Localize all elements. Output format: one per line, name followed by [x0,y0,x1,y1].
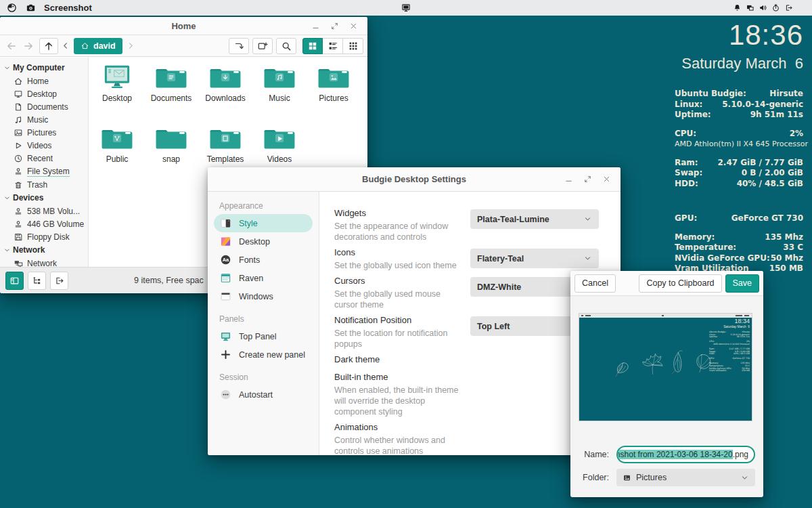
breadcrumb-home-segment[interactable]: david [74,38,122,54]
file-item[interactable]: Downloads [198,63,252,124]
logout-icon[interactable] [784,3,793,12]
file-item[interactable]: Documents [144,63,198,124]
raven-icon [220,272,231,284]
windows-icon[interactable] [746,3,754,12]
settings-sidebar-item[interactable]: Top Panel [214,327,313,345]
file-manager-titlebar[interactable]: Home [0,17,367,35]
back-arrow-icon[interactable] [4,39,19,54]
file-item[interactable]: Music [252,63,307,124]
sidebar-section-devices[interactable]: Devices [0,191,88,205]
sidebar-item[interactable]: Floppy Disk [0,230,88,243]
music-icon [14,115,23,125]
setting-dropdown[interactable]: Plata-Teal-Lumine [470,209,599,229]
setting-dropdown[interactable]: Flatery-Teal [470,249,599,268]
new-folder-button[interactable] [252,38,273,54]
status-text: 9 items, Free spac [134,276,204,285]
chevron-right-icon[interactable] [126,41,136,51]
system-monitor-widget: 18:36 Saturday March 6 Ubuntu Budgie:Hir… [675,20,803,274]
bell-icon[interactable] [733,3,742,12]
documents-folder-icon [154,64,188,90]
list-view-button[interactable] [323,38,343,54]
minimize-icon[interactable] [564,175,573,184]
settings-sidebar-item[interactable]: Autostart [214,385,313,404]
sidebar-section-network[interactable]: Network [0,243,88,257]
show-places-button[interactable] [5,272,24,290]
file-item[interactable]: Desktop [90,63,144,124]
sidebar-item[interactable]: File System [0,165,88,178]
setting-description: Set the globally used mouse cursor theme [334,289,466,310]
settings-sidebar-item[interactable]: Aa Fonts [214,251,313,269]
info-row: Memory:135 Mhz [675,232,803,243]
sidebar-item[interactable]: Documents [0,100,88,113]
grid-view-button[interactable] [302,38,323,54]
info-row: Ram:2.47 GiB / 7.77 GiB [675,158,803,169]
top-panel-icon [220,331,231,342]
file-item[interactable]: Public [90,124,144,185]
sidebar-item[interactable]: Videos [0,139,88,152]
maximize-icon[interactable] [330,22,339,30]
sidebar-item[interactable]: 446 GB Volume [0,217,88,230]
close-icon[interactable] [349,22,358,30]
sidebar-item[interactable]: Desktop [0,87,88,100]
network-icon [14,259,23,268]
sidebar-item[interactable]: Pictures [0,126,88,139]
downloads-folder-icon [208,64,242,90]
up-button[interactable] [39,38,58,54]
screenshot-app-icon[interactable] [26,3,36,13]
close-icon[interactable] [602,175,611,184]
document-icon [14,102,23,112]
setting-description: Set the globally used icon theme [334,260,466,271]
settings-sidebar-item[interactable]: Windows [214,287,313,305]
volume-icon[interactable] [759,3,767,12]
budgie-settings-window: Budgie Desktop Settings Appearance Style [208,167,621,455]
sidebar-item[interactable]: Network [0,257,88,267]
templates-folder-icon [208,125,242,151]
gpu-info-block: GPU:GeForce GT 730 [675,213,803,224]
file-item[interactable]: Pictures [307,63,361,124]
image-icon [14,128,23,137]
svg-text:Aa: Aa [223,257,229,263]
toggle-location-entry-button[interactable] [229,38,249,54]
maximize-icon[interactable] [583,175,592,184]
filename-input[interactable]: Screenshot from 2021-03-06 18-34-20.png [616,446,755,463]
public-folder-icon [100,125,134,151]
copy-to-clipboard-button[interactable]: Copy to Clipboard [639,274,721,293]
screen-icon[interactable] [401,3,411,13]
sidebar-item[interactable]: Trash [0,178,88,191]
show-treeview-button[interactable] [28,272,46,290]
sidebar-item[interactable]: Recent [0,152,88,165]
sidebar-section-my-computer[interactable]: My Computer [0,61,88,75]
chevron-down-icon [3,247,11,254]
setting-title: Widgets [334,208,466,219]
sidebar-item[interactable]: Home [0,75,88,87]
minimize-icon[interactable] [311,22,320,30]
drive-icon [14,167,23,176]
cancel-button[interactable]: Cancel [574,274,616,293]
info-row: Uptime:9h 51m 11s [675,110,803,121]
section-label-panels: Panels [214,312,313,327]
budgie-icon[interactable] [7,3,17,13]
search-button[interactable] [276,38,296,54]
eject-button[interactable] [50,272,68,290]
folder-dropdown[interactable]: Pictures [616,469,755,486]
setting-description: Control whether windows and controls use… [334,435,466,455]
chevron-left-icon[interactable] [60,41,70,51]
forward-arrow-icon[interactable] [21,39,36,54]
sidebar-item[interactable]: Music [0,113,88,126]
settings-sidebar-item[interactable]: Style [214,214,313,232]
drive-icon [14,219,23,229]
settings-sidebar-item[interactable]: Raven [214,269,313,287]
compact-view-button[interactable] [343,38,363,54]
file-item[interactable]: snap [144,124,198,185]
settings-titlebar[interactable]: Budgie Desktop Settings [208,167,621,192]
setting-title: Animations [334,422,466,433]
settings-sidebar-item[interactable]: Desktop [214,232,313,251]
style-icon [220,217,231,229]
settings-sidebar-item[interactable]: Create new panel [214,345,313,364]
timer-icon[interactable] [771,3,780,12]
sidebar-item[interactable]: 538 MB Volu... [0,205,88,217]
dialog-headerbar[interactable]: Cancel Copy to Clipboard Save [570,271,763,296]
save-button[interactable]: Save [725,274,760,293]
screenshot-save-dialog: Cancel Copy to Clipboard Save [570,271,763,497]
info-row: Ubuntu Budgie:Hirsute [675,89,803,100]
